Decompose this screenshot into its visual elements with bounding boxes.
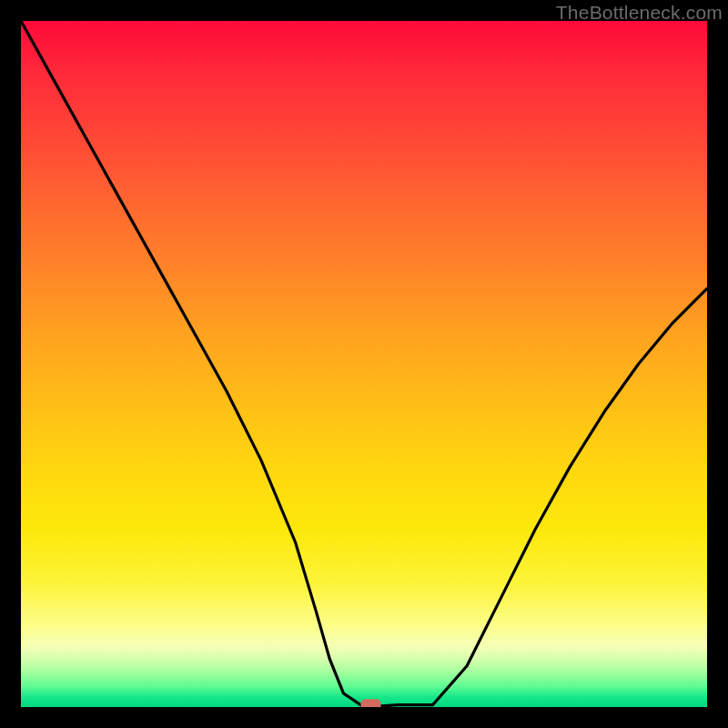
curve-path: [21, 21, 707, 707]
bottleneck-curve: [21, 21, 707, 707]
trough-marker: [361, 699, 381, 707]
chart-frame: TheBottleneck.com: [0, 0, 728, 728]
plot-area: [21, 21, 707, 707]
watermark-text: TheBottleneck.com: [556, 2, 723, 24]
